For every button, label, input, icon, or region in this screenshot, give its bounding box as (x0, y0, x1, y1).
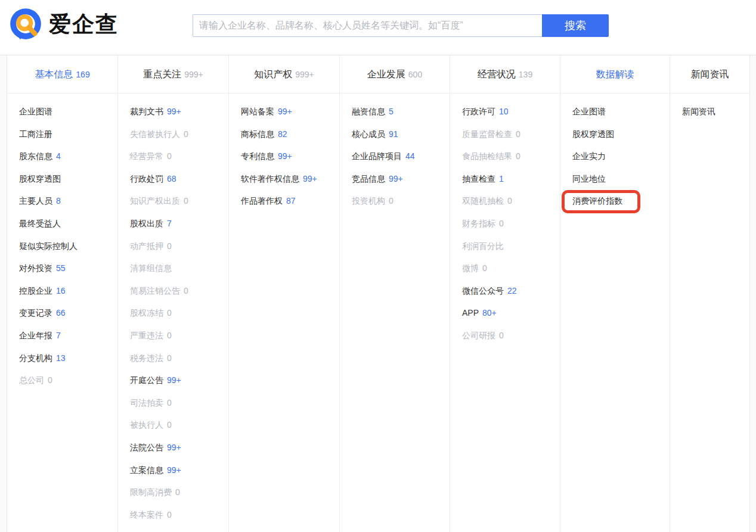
menu-item[interactable]: 开庭公告99+ (130, 369, 228, 392)
menu-item-label: 终本案件 (130, 510, 163, 519)
menu-item[interactable]: 融资信息5 (352, 101, 450, 123)
menu-item[interactable]: 同业地位 (572, 168, 670, 191)
menu-item-label: 经营异常 (130, 151, 163, 161)
menu-item[interactable]: 控股企业16 (19, 280, 117, 303)
menu-item[interactable]: 软件著作权信息99+ (241, 168, 339, 191)
menu-item-label: 公司研报 (462, 331, 495, 340)
tab-basic-info[interactable]: 基本信息169 (7, 55, 117, 94)
menu-item[interactable]: 企业图谱 (572, 101, 670, 123)
menu-item[interactable]: 抽查检查1 (462, 168, 560, 191)
menu-item[interactable]: 专利信息99+ (241, 145, 339, 168)
menu-item-count: 10 (499, 107, 509, 116)
menu-item[interactable]: 股权穿透图 (19, 168, 117, 191)
menu-column-data-insight: 数据解读企业图谱股权穿透图企业实力同业地位消费评价指数 (560, 55, 670, 532)
menu-item-label: 动产抵押 (130, 241, 163, 251)
mega-menu: 基本信息169企业图谱工商注册股东信息4股权穿透图主要人员8最终受益人疑似实际控… (7, 55, 750, 532)
menu-item-count: 0 (48, 375, 52, 385)
tab-label: 重点关注 (143, 69, 181, 79)
menu-item[interactable]: 工商注册 (19, 123, 117, 146)
menu-item[interactable]: 股东信息4 (19, 145, 117, 168)
menu-item: 利润百分比 (462, 235, 560, 258)
menu-item: 清算组信息 (130, 257, 228, 280)
tab-key-focus[interactable]: 重点关注999+ (118, 55, 228, 94)
menu-item-label: 股权冻结 (130, 308, 163, 318)
menu-item-count: 44 (405, 151, 415, 161)
menu-item-label: 核心成员 (352, 129, 385, 139)
menu-item-count: 0 (516, 151, 520, 161)
menu-item[interactable]: 微信公众号22 (462, 280, 560, 303)
menu-item[interactable]: 主要人员8 (19, 190, 117, 213)
menu-item[interactable]: 企业品牌项目44 (352, 145, 450, 168)
menu-item-list: 企业图谱工商注册股东信息4股权穿透图主要人员8最终受益人疑似实际控制人对外投资5… (7, 94, 117, 392)
menu-item-count: 80+ (482, 308, 497, 318)
menu-item[interactable]: 行政处罚68 (130, 168, 228, 191)
menu-item: 质量监督检查0 (462, 123, 560, 146)
tab-count: 999+ (184, 70, 203, 79)
menu-item: 税务违法0 (130, 347, 228, 370)
brand-logo[interactable]: 爱企查 (8, 7, 119, 42)
menu-column-operating-status: 经营状况139行政许可10质量监督检查0食品抽检结果0抽查检查1双随机抽检0财务… (450, 55, 560, 532)
search-input[interactable] (193, 14, 542, 37)
menu-item[interactable]: 企业实力 (572, 145, 670, 168)
menu-item[interactable]: 股权出质7 (130, 213, 228, 235)
menu-item[interactable]: 网站备案99+ (241, 101, 339, 123)
menu-item-list: 企业图谱股权穿透图企业实力同业地位消费评价指数 (560, 94, 670, 213)
tab-label: 企业发展 (367, 69, 405, 79)
menu-item[interactable]: 企业图谱 (19, 101, 117, 123)
left-gutter (0, 55, 7, 532)
menu-item[interactable]: 核心成员91 (352, 123, 450, 146)
menu-item[interactable]: APP80+ (462, 302, 560, 325)
menu-item-label: 利润百分比 (462, 241, 504, 251)
menu-item[interactable]: 疑似实际控制人 (19, 235, 117, 258)
menu-item: 动产抵押0 (130, 235, 228, 258)
menu-item[interactable]: 股权穿透图 (572, 123, 670, 146)
menu-item: 限制高消费0 (130, 481, 228, 504)
menu-item-label: 司法拍卖 (130, 398, 163, 407)
menu-item-label: 新闻资讯 (682, 107, 715, 116)
menu-item[interactable]: 裁判文书99+ (130, 101, 228, 123)
menu-item-label: 变更记录 (19, 308, 52, 318)
menu-item[interactable]: 竞品信息99+ (352, 168, 450, 191)
menu-item-count: 0 (167, 420, 172, 430)
menu-item[interactable]: 作品著作权87 (241, 190, 339, 213)
menu-item[interactable]: 法院公告99+ (130, 437, 228, 459)
menu-item-count: 4 (56, 151, 61, 161)
menu-item[interactable]: 消费评价指数 (572, 190, 670, 213)
menu-item-label: 知识产权出质 (130, 196, 180, 206)
menu-item[interactable]: 变更记录66 (19, 302, 117, 325)
menu-page: 基本信息169企业图谱工商注册股东信息4股权穿透图主要人员8最终受益人疑似实际控… (0, 55, 756, 532)
menu-item[interactable]: 对外投资55 (19, 257, 117, 280)
tab-data-insight[interactable]: 数据解读 (560, 55, 670, 94)
menu-item[interactable]: 立案信息99+ (130, 459, 228, 482)
menu-item-list: 裁判文书99+失信被执行人0经营异常0行政处罚68知识产权出质0股权出质7动产抵… (118, 94, 228, 526)
menu-item[interactable]: 行政许可10 (462, 101, 560, 123)
menu-item[interactable]: 企业年报7 (19, 325, 117, 347)
menu-item[interactable]: 商标信息82 (241, 123, 339, 146)
menu-item-label: 网站备案 (241, 107, 274, 116)
menu-item-label: 食品抽检结果 (462, 151, 512, 161)
menu-column-intellectual-property: 知识产权999+网站备案99+商标信息82专利信息99+软件著作权信息99+作品… (229, 55, 340, 532)
menu-item[interactable]: 新闻资讯 (682, 101, 749, 123)
menu-item[interactable]: 分支机构13 (19, 347, 117, 370)
tab-intellectual-property[interactable]: 知识产权999+ (229, 55, 339, 94)
menu-item: 微博0 (462, 257, 560, 280)
menu-item-label: 微信公众号 (462, 286, 504, 295)
menu-item-label: 法院公告 (130, 443, 163, 452)
tab-news[interactable]: 新闻资讯 (670, 55, 749, 94)
menu-item-count: 99+ (167, 443, 181, 452)
menu-item-label: 股权穿透图 (19, 174, 61, 183)
search-button[interactable]: 搜索 (542, 14, 609, 37)
tab-company-development[interactable]: 企业发展600 (340, 55, 450, 94)
menu-item-label: 限制高消费 (130, 487, 172, 497)
menu-item-label: 工商注册 (19, 129, 52, 139)
menu-item-label: 简易注销公告 (130, 286, 180, 295)
menu-item-count: 7 (167, 219, 172, 228)
menu-item-count: 0 (184, 286, 188, 295)
menu-item-label: 疑似实际控制人 (19, 241, 78, 251)
menu-item[interactable]: 最终受益人 (19, 213, 117, 235)
menu-item-label: 分支机构 (19, 353, 52, 363)
menu-item-count: 99+ (278, 151, 292, 161)
tab-operating-status[interactable]: 经营状况139 (450, 55, 560, 94)
menu-item-count: 0 (167, 151, 172, 161)
menu-item-label: 质量监督检查 (462, 129, 512, 139)
